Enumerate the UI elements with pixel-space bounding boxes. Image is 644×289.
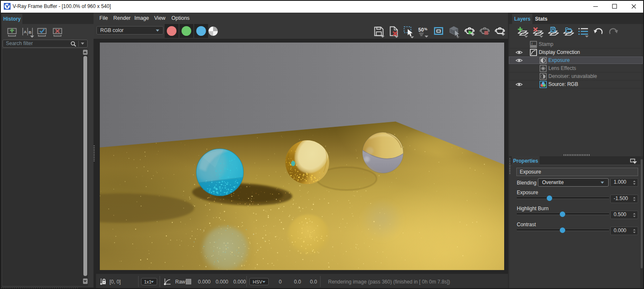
- svg-text:%: %: [424, 27, 428, 31]
- svg-text:B: B: [29, 30, 32, 35]
- svg-text:50: 50: [418, 27, 424, 33]
- svg-text:A: A: [24, 30, 27, 34]
- svg-text:i: i: [532, 42, 532, 45]
